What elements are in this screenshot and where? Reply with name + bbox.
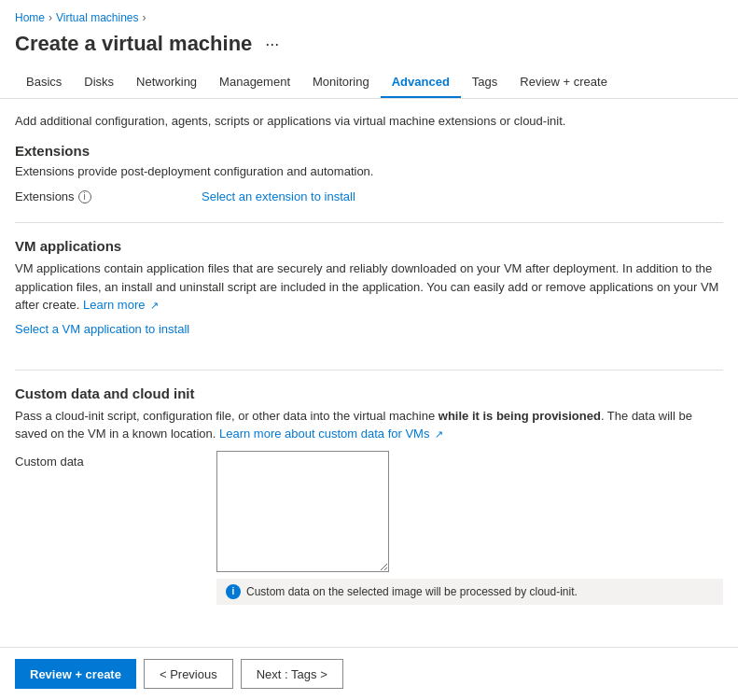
content-area: Add additional configuration, agents, sc… (0, 99, 738, 647)
divider-2 (15, 370, 723, 371)
breadcrumb-home[interactable]: Home (15, 11, 45, 24)
extensions-field-row: Extensions i Select an extension to inst… (15, 189, 723, 203)
page-container: Home › Virtual machines › Create a virtu… (0, 0, 738, 700)
custom-data-row: Custom data i Custom data on the selecte… (15, 451, 723, 605)
vm-apps-description: VM applications contain application file… (15, 259, 723, 315)
page-subtitle: Add additional configuration, agents, sc… (15, 114, 723, 128)
custom-data-description: Pass a cloud-init script, configuration … (15, 407, 723, 443)
breadcrumb-chevron-2: › (143, 11, 146, 24)
custom-data-info-text: Custom data on the selected image will b… (246, 585, 578, 598)
tab-networking[interactable]: Networking (125, 67, 208, 98)
select-vm-app-link[interactable]: Select a VM application to install (15, 322, 189, 336)
breadcrumb-virtual-machines[interactable]: Virtual machines (56, 11, 139, 24)
info-circle-icon: i (226, 584, 241, 599)
custom-data-desc-part1: Pass a cloud-init script, configuration … (15, 409, 439, 423)
learn-more-external-icon: ↗ (150, 298, 159, 314)
custom-data-info-bar: i Custom data on the selected image will… (216, 579, 723, 605)
previous-button[interactable]: < Previous (144, 659, 233, 689)
tab-tags[interactable]: Tags (461, 67, 508, 98)
tab-management[interactable]: Management (208, 67, 301, 98)
extensions-description: Extensions provide post-deployment confi… (15, 164, 723, 178)
breadcrumb-chevron-1: › (49, 11, 52, 24)
tabs-row: Basics Disks Networking Management Monit… (0, 67, 738, 99)
next-button[interactable]: Next : Tags > (241, 659, 343, 689)
tab-review-create[interactable]: Review + create (508, 67, 619, 98)
custom-data-label: Custom data (15, 451, 202, 469)
extensions-info-icon[interactable]: i (78, 190, 91, 203)
custom-data-external-icon: ↗ (435, 427, 443, 442)
extensions-field-label: Extensions i (15, 189, 202, 203)
extensions-label-text: Extensions (15, 189, 75, 203)
extensions-select-link[interactable]: Select an extension to install (202, 189, 355, 203)
custom-data-textarea-wrapper: i Custom data on the selected image will… (216, 451, 723, 605)
tab-advanced[interactable]: Advanced (381, 67, 461, 98)
review-create-button[interactable]: Review + create (15, 659, 136, 689)
tab-basics[interactable]: Basics (15, 67, 73, 98)
page-title-row: Create a virtual machine ··· (0, 28, 738, 67)
extensions-title: Extensions (15, 143, 723, 159)
custom-data-desc-bold: while it is being provisioned (439, 409, 601, 423)
bottom-bar: Review + create < Previous Next : Tags > (0, 647, 738, 700)
custom-data-title: Custom data and cloud init (15, 385, 723, 401)
custom-data-section: Custom data and cloud init Pass a cloud-… (15, 385, 723, 605)
vm-apps-title: VM applications (15, 238, 723, 254)
divider-1 (15, 222, 723, 223)
vm-apps-learn-more-link[interactable]: Learn more (83, 298, 145, 312)
tab-monitoring[interactable]: Monitoring (301, 67, 381, 98)
custom-data-learn-more-link[interactable]: Learn more about custom data for VMs (219, 427, 429, 441)
extensions-section: Extensions Extensions provide post-deplo… (15, 143, 723, 203)
vm-applications-section: VM applications VM applications contain … (15, 238, 723, 351)
page-title: Create a virtual machine (15, 32, 252, 56)
tab-disks[interactable]: Disks (73, 67, 125, 98)
more-options-icon[interactable]: ··· (261, 33, 283, 56)
breadcrumb: Home › Virtual machines › (0, 0, 738, 28)
custom-data-textarea[interactable] (216, 451, 389, 572)
